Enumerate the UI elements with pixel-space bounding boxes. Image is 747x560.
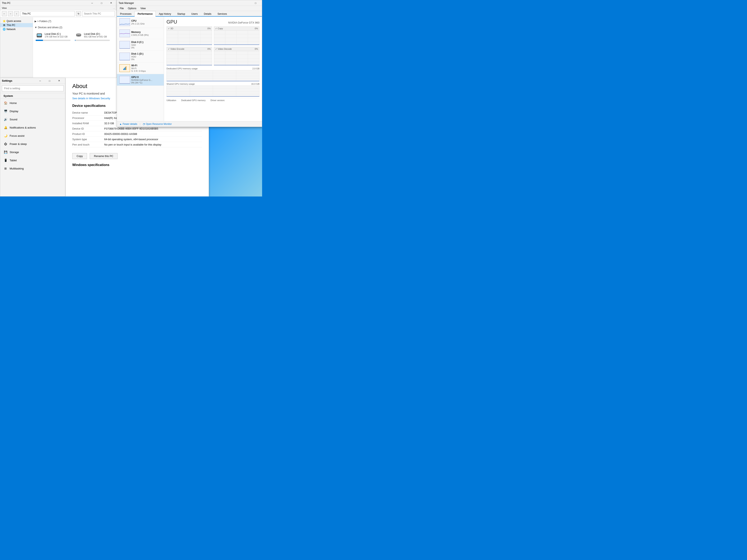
spec-row-product-id: Product ID 00425-00000-00002-AA588 (72, 131, 202, 137)
shared-memory-section: Shared GPU memory usage 16.0 GB (166, 83, 259, 97)
settings-display[interactable]: 🖥️ Display (0, 107, 65, 115)
stat-utilization: Utilization (166, 99, 176, 102)
settings-storage[interactable]: 💾 Storage (0, 148, 65, 156)
network-item[interactable]: 🌐 Network (0, 27, 33, 31)
action-buttons: Copy Rename this PC (72, 151, 202, 159)
open-resource-monitor-button[interactable]: ◔ Open Resource Monitor (143, 123, 172, 126)
sidebar-disk1[interactable]: Disk 1 (D:) HDD 0% (117, 51, 164, 62)
refresh-button[interactable]: ↻ (76, 11, 81, 16)
chart-copy-pct: 0% (255, 27, 258, 30)
cpu-sub: 2% 2.21 GHz (131, 23, 145, 25)
ribbon-area: View ... (0, 6, 117, 10)
settings-focus[interactable]: 🌙 Focus assist (0, 132, 65, 140)
settings-notifications[interactable]: 🔔 Notifications & actions (0, 124, 65, 132)
minimize-button[interactable]: ─ (87, 0, 97, 6)
sidebar-cpu[interactable]: CPU 2% 2.21 GHz (117, 17, 164, 28)
cpu-mini-chart (120, 18, 130, 26)
gpu0-sub2: NVIDIA GeForce G... (131, 79, 152, 81)
storage-icon: 💾 (3, 150, 7, 154)
up-button[interactable]: ↑ (14, 11, 19, 16)
close-button[interactable]: ✕ (106, 0, 116, 6)
drive-item-d[interactable]: Local Disk (D:) 931 GB free of 931 GB (74, 30, 111, 42)
drive-c-free: 176 GB free of 222 GB (45, 35, 68, 38)
menu-file[interactable]: File (118, 6, 126, 10)
chart-copy: ✓ Copy 0% (214, 26, 259, 45)
task-manager-title: Task Manager (119, 2, 134, 4)
settings-tablet[interactable]: 📱 Tablet (0, 156, 65, 164)
spec-row-pen-touch: Pen and touch No pen or touch input is a… (72, 142, 202, 148)
maximize-button[interactable]: □ (97, 0, 106, 6)
sidebar-disk0[interactable]: Disk 0 (C:) SSD 0% (117, 39, 164, 51)
chart-encode-pct: 0% (207, 48, 211, 50)
drive-item-c[interactable]: Local Disk (C:) 176 GB free of 222 GB (34, 30, 72, 42)
tm-sidebar: CPU 2% 2.21 GHz Memory 2.9/31.9 GB (9%) (117, 17, 164, 121)
settings-close[interactable]: ✕ (54, 78, 64, 84)
search-input[interactable] (82, 11, 115, 17)
menu-view[interactable]: View (138, 6, 148, 10)
tab-users[interactable]: Users (188, 11, 201, 17)
back-button[interactable]: ← (2, 11, 7, 16)
ellipsis-label: ... (113, 7, 115, 9)
settings-search-input[interactable] (2, 85, 64, 91)
chart-3d-header: ✓ 3D 0% (167, 27, 212, 31)
settings-minimize[interactable]: ─ (35, 78, 45, 84)
shared-mem-label-row: Shared GPU memory usage 16.0 GB (166, 83, 259, 85)
settings-home[interactable]: 🏠 Home (0, 99, 65, 107)
chart-encode-area (167, 51, 212, 65)
chart-3d-pct: 0% (207, 27, 211, 30)
sidebar-memory[interactable]: Memory 2.9/31.9 GB (9%) (117, 28, 164, 39)
disk0-mini-chart (120, 41, 130, 49)
settings-multitasking[interactable]: ⊞ Multitasking (0, 164, 65, 172)
view-label: View (2, 7, 7, 9)
gpu0-title: GPU 0 (131, 76, 152, 79)
address-input[interactable] (20, 11, 75, 17)
task-manager-footer: ▲ Fewer details | ◔ Open Resource Monito… (117, 121, 262, 127)
settings-maximize[interactable]: □ (45, 78, 54, 84)
drive-grid: Local Disk (C:) 176 GB free of 222 GB (34, 30, 115, 43)
this-pc-item[interactable]: 💻 This PC (0, 23, 33, 27)
forward-button[interactable]: → (8, 11, 13, 16)
disk0-title: Disk 0 (C:) (131, 41, 143, 44)
tab-processes[interactable]: Processes (117, 11, 134, 17)
rename-pc-button[interactable]: Rename this PC (90, 153, 118, 159)
memory-title: Memory (131, 31, 149, 33)
svg-point-7 (78, 35, 79, 36)
settings-titlebar: Settings ─ □ ✕ (0, 78, 65, 84)
fewer-details-button[interactable]: ▲ Fewer details (120, 123, 137, 126)
power-icon: ⏻ (3, 142, 7, 146)
sidebar-gpu0[interactable]: GPU 0 NVIDIA GeForce G... 0% (44 °C) (117, 74, 164, 86)
focus-icon: 🌙 (3, 134, 7, 138)
gpu-model: NVIDIA GeForce GTX 960 (228, 21, 259, 24)
disk1-sub: 0% (131, 58, 143, 60)
tm-maximize[interactable]: □ (251, 0, 260, 6)
tab-startup[interactable]: Startup (174, 11, 188, 17)
tab-app-history[interactable]: App history (156, 11, 174, 17)
drive-d-bar-fill (75, 40, 75, 41)
wifi-mini-chart (120, 64, 130, 72)
settings-power[interactable]: ⏻ Power & sleep (0, 140, 65, 148)
drives-header[interactable]: ▼ Devices and drives (2) (34, 25, 115, 30)
disk1-mini-chart (120, 53, 130, 60)
menu-options[interactable]: Options (126, 6, 138, 10)
quick-access-item[interactable]: ⭐ Quick access (0, 19, 33, 23)
task-manager-tabs: Processes Performance App history Startu… (117, 11, 262, 17)
settings-sound[interactable]: 🔊 Sound (0, 115, 65, 124)
chart-encode-header: ✓ Video Encode 0% (167, 47, 212, 51)
disk1-title: Disk 1 (D:) (131, 52, 143, 55)
drive-d-free: 931 GB free of 931 GB (84, 35, 107, 38)
copy-button[interactable]: Copy (72, 153, 87, 159)
sidebar-wifi[interactable]: Wi-Fi Wi-Fi S: 0 R: 0 Kbps (117, 62, 164, 74)
tab-performance[interactable]: Performance (134, 11, 156, 17)
wifi-sub2: Wi-Fi (131, 67, 146, 70)
folders-header[interactable]: ▶ > Folders (7) (34, 19, 115, 24)
disk0-sub: 0% (131, 47, 143, 49)
task-manager-content: CPU 2% 2.21 GHz Memory 2.9/31.9 GB (9%) (117, 17, 262, 121)
tab-services[interactable]: Services (214, 11, 230, 17)
drive-d-name: Local Disk (D:) (84, 32, 107, 35)
gpu-title: GPU (166, 19, 177, 25)
chart-copy-label: ✓ Copy (215, 27, 223, 30)
drives-section: ▼ Devices and drives (2) (34, 25, 115, 43)
tab-details[interactable]: Details (201, 11, 214, 17)
display-icon: 🖥️ (3, 109, 7, 113)
drive-d-bar-bg (75, 40, 110, 41)
